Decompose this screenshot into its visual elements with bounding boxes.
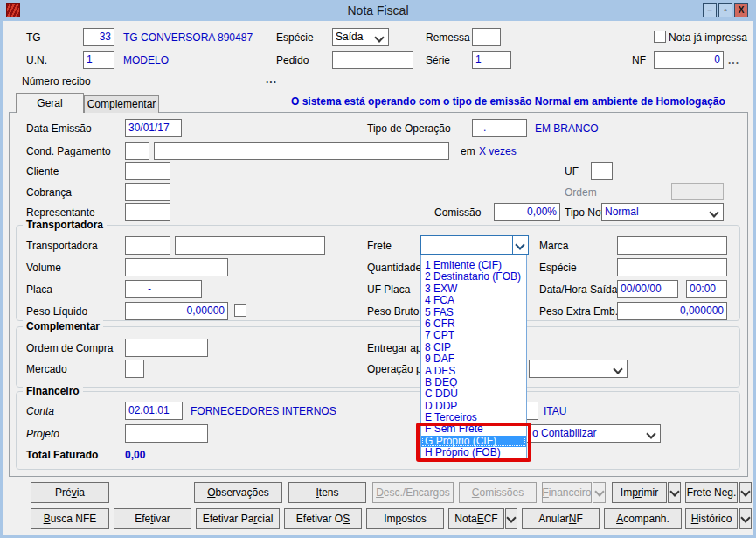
frete-option[interactable]: B DEQ — [421, 377, 526, 388]
annotation-highlight-box — [416, 423, 531, 462]
volume-field[interactable] — [125, 258, 228, 276]
operacao-presencial-select[interactable] — [529, 360, 628, 378]
previa-button[interactable]: Prévia — [31, 482, 109, 503]
frete-neg-button[interactable]: Frete Neg. — [685, 482, 738, 503]
representante-field[interactable] — [125, 203, 170, 221]
tg-field[interactable]: 33 — [83, 28, 114, 46]
marca-field[interactable] — [617, 236, 727, 255]
transportadora-code-field[interactable] — [125, 236, 170, 255]
conta-field[interactable]: 02.01.01 — [125, 402, 183, 420]
quantidade-label: Quantidade — [367, 262, 421, 274]
emission-mode-message: O sistema está operando com o tipo de em… — [291, 95, 750, 108]
uf-field[interactable] — [591, 162, 613, 180]
financeiro-group-title: Financeiro — [23, 385, 83, 397]
cobranca-field[interactable] — [125, 183, 170, 201]
historico-button[interactable]: Histórico — [685, 508, 738, 529]
frete-option[interactable]: 8 CIP — [421, 342, 526, 353]
nf-label: NF — [632, 54, 646, 66]
serie-field[interactable]: 1 — [472, 51, 511, 69]
cliente-field[interactable] — [125, 162, 170, 180]
placa-field[interactable]: - — [125, 280, 202, 298]
anular-nf-button[interactable]: Anular NF — [522, 508, 600, 529]
frete-option[interactable]: 1 Emitente (CIF) — [421, 260, 526, 271]
peso-liquido-label: Peso Líquido — [26, 305, 87, 318]
comissao-field[interactable]: 0,00% — [494, 203, 560, 221]
impostos-button[interactable]: Impostos — [366, 508, 444, 529]
placa-label: Placa — [26, 283, 52, 296]
frete-option[interactable]: A DES — [421, 366, 526, 377]
chevron-down-icon — [740, 513, 750, 522]
frete-option[interactable]: 6 CFR — [421, 318, 526, 330]
acompanh-button[interactable]: Acompanh. — [604, 508, 682, 529]
ordem-label: Ordem — [565, 186, 597, 199]
chevron-down-icon — [646, 429, 655, 438]
busca-nfe-button[interactable]: Busca NFE — [31, 508, 109, 529]
frete-option[interactable]: 3 EXW — [421, 283, 526, 295]
frete-option[interactable]: 4 FCA — [421, 295, 526, 306]
peso-bruto-label: Peso Bruto — [367, 305, 419, 318]
close-button[interactable]: X — [734, 3, 748, 17]
cond-pagamento-code-field[interactable] — [125, 142, 149, 160]
frete-option[interactable]: 7 CPT — [421, 330, 526, 341]
remessa-field[interactable] — [472, 28, 501, 46]
ordem-compra-field[interactable] — [125, 339, 208, 357]
efetivar-os-button[interactable]: Efetivar OS — [284, 508, 362, 529]
frete-option[interactable]: 9 DAF — [421, 353, 526, 365]
frete-select[interactable] — [420, 235, 529, 255]
historico-dropdown-button[interactable] — [739, 508, 752, 529]
financeiro-dropdown-button — [593, 482, 606, 503]
imprimir-dropdown-button[interactable] — [668, 482, 681, 503]
tab-complementar[interactable]: Complementar — [84, 95, 159, 113]
nf-more-button[interactable]: ... — [728, 54, 739, 66]
frete-option[interactable]: 5 FAS — [421, 307, 526, 318]
tipo-operacao-field[interactable]: . — [472, 119, 527, 137]
peso-extra-field[interactable]: 0,000000 — [617, 302, 727, 320]
banco-description: ITAU — [544, 405, 566, 417]
especie-label: Espécie — [276, 31, 314, 44]
chevron-down-icon — [669, 486, 679, 496]
tipo-nota-select[interactable]: Normal — [601, 203, 724, 221]
especie-transp-field[interactable] — [617, 258, 727, 276]
tab-geral[interactable]: Geral — [16, 93, 84, 113]
nf-field[interactable]: 0 — [654, 51, 724, 69]
serie-label: Série — [426, 54, 450, 66]
frete-option[interactable]: D DDP — [421, 401, 526, 412]
cliente-label: Cliente — [26, 165, 59, 178]
hora-saida-field[interactable]: 00:00 — [686, 280, 727, 298]
pedido-field[interactable] — [332, 51, 413, 69]
mercado-field[interactable] — [125, 360, 144, 378]
minimize-button[interactable]: – — [703, 3, 717, 17]
contabilizar-value: o Contabilizar — [532, 427, 596, 439]
efetivar-button[interactable]: Efetivar — [114, 508, 191, 529]
data-emissao-field[interactable]: 30/01/17 — [125, 119, 182, 137]
comissoes-button: Comissões — [459, 482, 537, 503]
transportadora-label: Transportadora — [26, 240, 98, 252]
peso-liquido-field[interactable]: 0,00000 — [125, 302, 228, 320]
un-field[interactable]: 1 — [83, 51, 114, 69]
peso-liquido-checkbox[interactable] — [234, 304, 246, 317]
nota-ja-impressa-checkbox[interactable] — [654, 31, 666, 43]
chevron-down-icon — [740, 486, 750, 496]
window-title: Nota Fiscal — [0, 3, 756, 17]
ordem-field — [671, 183, 724, 200]
complementar-group-title: Complementar — [23, 320, 103, 332]
numero-recibo-more-button[interactable]: ... — [266, 73, 277, 86]
cond-pagamento-desc-field[interactable] — [154, 142, 449, 160]
frete-option[interactable]: 2 Destinatario (FOB) — [421, 271, 526, 283]
nota-ecf-dropdown-button[interactable] — [505, 508, 517, 529]
projeto-field[interactable] — [125, 424, 208, 443]
transportadora-group-title: Transportadora — [23, 219, 107, 231]
total-faturado-value: 0,00 — [125, 449, 145, 461]
imprimir-button[interactable]: Imprimir — [612, 482, 667, 503]
observacoes-button[interactable]: Observações — [194, 482, 282, 503]
pedido-label: Pedido — [276, 54, 309, 66]
frete-neg-dropdown-button[interactable] — [739, 482, 752, 503]
efetivar-parcial-button[interactable]: Efetivar Parcial — [196, 508, 280, 529]
data-saida-field[interactable]: 00/00/00 — [617, 280, 678, 298]
transportadora-desc-field[interactable] — [175, 236, 325, 255]
maximize-button[interactable]: ▫ — [718, 3, 732, 17]
especie-select[interactable]: Saída — [332, 28, 389, 46]
itens-button[interactable]: Itens — [288, 482, 366, 503]
frete-option[interactable]: C DDU — [421, 388, 526, 400]
nota-ecf-button[interactable]: Nota ECF — [448, 508, 504, 529]
